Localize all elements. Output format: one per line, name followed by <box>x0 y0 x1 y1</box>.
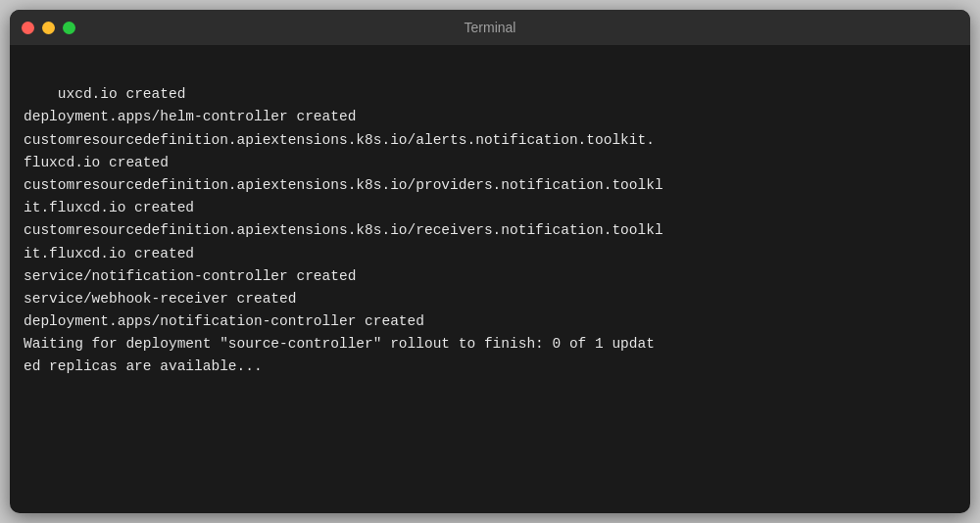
titlebar: Terminal <box>10 10 970 45</box>
terminal-window: Terminal uxcd.io created deployment.apps… <box>10 10 970 513</box>
minimize-button[interactable] <box>42 22 55 34</box>
terminal-text: uxcd.io created deployment.apps/helm-con… <box>24 86 663 374</box>
window-title: Terminal <box>465 20 516 35</box>
terminal-output[interactable]: uxcd.io created deployment.apps/helm-con… <box>10 45 970 513</box>
close-button[interactable] <box>22 22 34 34</box>
maximize-button[interactable] <box>63 22 75 34</box>
traffic-lights <box>22 22 75 34</box>
